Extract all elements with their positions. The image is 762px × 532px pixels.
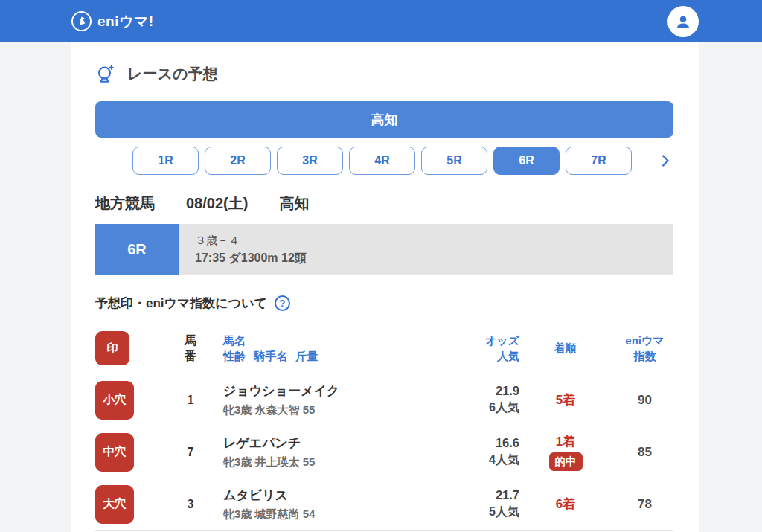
app-logo[interactable]: eniウマ! — [71, 11, 154, 31]
horse-detail: 牝3歳 城野慈尚 54 — [223, 507, 435, 522]
race-info-texts: ３歳－４ 17:35 ダ1300m 12頭 — [179, 224, 673, 275]
race-details: 17:35 ダ1300m 12頭 — [195, 251, 673, 266]
horse-detail: 牝3歳 永森大智 55 — [223, 403, 435, 417]
mark-badge: 中穴 — [95, 433, 134, 472]
popularity: 4人気 — [435, 452, 519, 468]
horse-number: 7 — [164, 446, 217, 459]
race-tabs: 1R 2R 3R 4R 5R 6R 7R — [95, 147, 673, 175]
eniuma-index: 85 — [603, 445, 673, 460]
horse-name: ジョウショーメイク — [223, 382, 435, 400]
content-card: レースの予想 高知 1R 2R 3R 4R 5R 6R 7R 地方競馬 08/0… — [71, 42, 699, 532]
odds-value: 21.9 — [435, 384, 519, 398]
table-row: 中穴 7 レゲエパンチ 牝3歳 井上瑛太 55 16.6 4人気 1着 的中 8… — [95, 426, 673, 478]
horse-detail: 牝3歳 井上瑛太 55 — [223, 455, 435, 469]
logo-text: eniウマ! — [97, 12, 154, 31]
popularity: 6人気 — [435, 400, 519, 416]
odds-value: 16.6 — [435, 436, 519, 450]
eniuma-index: 90 — [603, 393, 673, 408]
meta-venue: 高知 — [279, 193, 309, 214]
prediction-table: 印 馬 番 馬名 性齢 騎手名 斤量 オッズ 人気 着順 eniウマ 指数 — [95, 322, 673, 531]
meta-category: 地方競馬 — [95, 193, 155, 214]
race-meta: 地方競馬 08/02(土) 高知 — [95, 193, 673, 214]
meta-date: 08/02(土) — [186, 193, 248, 214]
about-label: 予想印・eniウマ指数について — [95, 295, 267, 312]
user-avatar-button[interactable] — [667, 6, 699, 37]
race-tab-3r[interactable]: 3R — [277, 147, 343, 175]
race-tab-7r[interactable]: 7R — [566, 147, 632, 175]
header-odds: オッズ 人気 — [435, 333, 528, 364]
table-row: 大穴 3 ムタビリス 牝3歳 城野慈尚 54 21.7 5人気 6着 78 — [95, 478, 673, 531]
mark-header-badge: 印 — [95, 331, 129, 365]
app-header: eniウマ! — [0, 0, 762, 42]
crystal-ball-icon — [95, 63, 116, 84]
section-title: レースの予想 — [127, 64, 217, 84]
table-row: 小穴 1 ジョウショーメイク 牝3歳 永森大智 55 21.9 6人気 5着 9… — [95, 374, 673, 426]
finish-rank: 5着 — [528, 391, 603, 408]
race-tab-5r[interactable]: 5R — [421, 147, 487, 175]
horse-number: 1 — [164, 394, 217, 407]
section-title-row: レースの予想 — [95, 42, 673, 84]
horse-number: 3 — [164, 498, 217, 511]
help-icon[interactable]: ? — [275, 295, 290, 311]
hit-badge: 的中 — [549, 452, 583, 471]
race-tab-2r[interactable]: 2R — [205, 147, 271, 175]
mark-badge: 大穴 — [95, 485, 134, 524]
horse-logo-icon — [71, 11, 92, 31]
header-rank: 着順 — [528, 340, 603, 356]
header-name: 馬名 性齢 騎手名 斤量 — [217, 333, 435, 364]
finish-rank: 6着 — [528, 496, 603, 513]
eniuma-index: 78 — [603, 497, 673, 512]
venue-button[interactable]: 高知 — [95, 101, 673, 138]
about-row: 予想印・eniウマ指数について ? — [95, 295, 673, 312]
race-number-badge: 6R — [95, 224, 179, 275]
finish-rank: 1着 — [528, 433, 603, 450]
race-tab-4r[interactable]: 4R — [349, 147, 415, 175]
race-class: ３歳－４ — [195, 234, 673, 248]
person-icon — [673, 12, 693, 31]
race-tab-1r[interactable]: 1R — [132, 147, 199, 175]
race-info-bar: 6R ３歳－４ 17:35 ダ1300m 12頭 — [95, 224, 673, 275]
page-background: レースの予想 高知 1R 2R 3R 4R 5R 6R 7R 地方競馬 08/0… — [0, 42, 762, 532]
horse-name: レゲエパンチ — [223, 435, 435, 452]
header-number: 馬 番 — [164, 333, 217, 364]
popularity: 5人気 — [435, 504, 519, 520]
header-index: eniウマ 指数 — [603, 333, 673, 364]
mark-badge: 小穴 — [95, 381, 134, 420]
header-mark: 印 — [95, 331, 164, 365]
table-header-row: 印 馬 番 馬名 性齢 騎手名 斤量 オッズ 人気 着順 eniウマ 指数 — [95, 322, 673, 374]
horse-name: ムタビリス — [223, 487, 435, 504]
chevron-right-icon[interactable] — [657, 153, 673, 169]
race-tab-6r[interactable]: 6R — [493, 147, 560, 175]
odds-value: 21.7 — [435, 488, 519, 502]
